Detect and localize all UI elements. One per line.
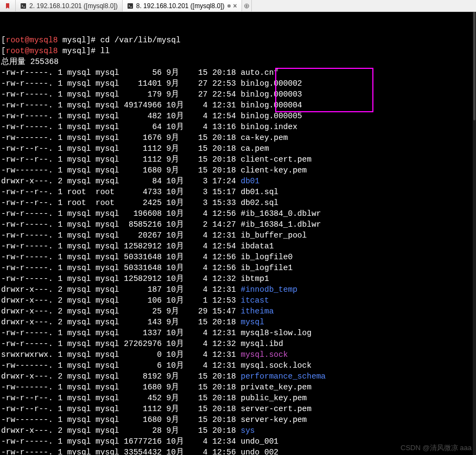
tab-session-8[interactable]: 8. 192.168.10.201 ([mysql8.0]) × <box>123 0 242 11</box>
file-row: -rw-------. 1 mysql mysql 1680 9月 15 20:… <box>1 165 475 176</box>
watermark: CSDN @清风微凉 aaa <box>401 443 472 453</box>
file-row: drwxr-x---. 2 mysql mysql 187 10月 4 12:3… <box>1 284 475 295</box>
file-row: -rw-r--r--. 1 mysql mysql 452 9月 15 20:1… <box>1 393 475 403</box>
file-row: -rw-r-----. 1 mysql mysql 27262976 10月 4… <box>1 338 475 349</box>
prompt-line: [root@mysql8 mysql]# ll <box>1 46 475 56</box>
file-row: -rw-r-----. 1 mysql mysql 11401 9月 27 22… <box>1 78 475 89</box>
file-row: -rw-------. 1 mysql mysql 1680 9月 15 20:… <box>1 382 475 393</box>
tab-bar: 2. 192.168.10.201 ([mysql8.0]) 8. 192.16… <box>0 0 476 12</box>
svg-rect-1 <box>128 3 133 9</box>
scrollbar-thumb[interactable] <box>473 12 475 120</box>
tab-new-button[interactable]: ⊕ <box>242 0 252 11</box>
file-row: -rw-r-----. 1 mysql mysql 12582912 10月 4… <box>1 273 475 284</box>
file-row: drwxr-x---. 2 mysql mysql 84 10月 3 17:24… <box>1 176 475 187</box>
file-row: -rw-r-----. 1 mysql mysql 20267 10月 4 12… <box>1 230 475 241</box>
file-row: -rw-r-----. 1 mysql mysql 196608 10月 4 1… <box>1 208 475 219</box>
svg-rect-0 <box>21 3 26 9</box>
file-row: -rw-r-----. 1 mysql mysql 1337 10月 4 12:… <box>1 328 475 338</box>
prompt-line: [root@mysql8 mysql]# cd /var/lib/mysql <box>1 35 475 46</box>
bookmark-icon <box>4 3 11 9</box>
pin-icon[interactable] <box>227 4 231 8</box>
terminal-icon <box>127 3 134 9</box>
file-row: -rw-r-----. 1 mysql mysql 64 10月 4 13:16… <box>1 121 475 132</box>
tab-label: 8. 192.168.10.201 ([mysql8.0]) <box>136 2 225 10</box>
file-row: -rw-r--r--. 1 mysql mysql 1112 9月 15 20:… <box>1 403 475 414</box>
file-row: -rw-r-----. 1 mysql mysql 50331648 10月 4… <box>1 252 475 262</box>
tab-label: 2. 192.168.10.201 ([mysql8.0]) <box>29 2 118 10</box>
file-row: -rw-r--r--. 1 mysql mysql 1112 9月 15 20:… <box>1 154 475 165</box>
file-row: -rw-r-----. 1 mysql mysql 56 9月 15 20:18… <box>1 67 475 78</box>
file-row: drwxr-x---. 2 mysql mysql 25 9月 29 15:47… <box>1 306 475 317</box>
file-row: drwxr-x---. 2 mysql mysql 8192 9月 15 20:… <box>1 371 475 382</box>
file-row: -rw-------. 1 mysql mysql 1680 9月 15 20:… <box>1 414 475 425</box>
file-row: -rw-r-----. 1 mysql mysql 12582912 10月 4… <box>1 241 475 252</box>
terminal-icon <box>20 3 27 9</box>
file-row: -rw-r--r--. 1 root root 2425 10月 3 15:33… <box>1 197 475 208</box>
file-row: drwxr-x---. 2 mysql mysql 28 9月 15 20:18… <box>1 425 475 436</box>
file-row: drwxr-x---. 2 mysql mysql 143 9月 15 20:1… <box>1 317 475 328</box>
tab-session-2[interactable]: 2. 192.168.10.201 ([mysql8.0]) <box>16 0 123 11</box>
file-row: -rw-r-----. 1 mysql mysql 179 9月 27 22:5… <box>1 89 475 100</box>
file-row: -rw-r-----. 1 mysql mysql 49174966 10月 4… <box>1 100 475 111</box>
file-row: srwxrwxrwx. 1 mysql mysql 0 10月 4 12:31 … <box>1 349 475 360</box>
file-row: -rw-------. 1 mysql mysql 1676 9月 15 20:… <box>1 132 475 143</box>
file-row: drwxr-x---. 2 mysql mysql 106 10月 1 12:5… <box>1 295 475 306</box>
file-row: -rw-------. 1 mysql mysql 6 10月 4 12:31 … <box>1 360 475 371</box>
close-icon[interactable]: × <box>233 2 237 10</box>
file-row: -rw-r--r--. 1 mysql mysql 1112 9月 15 20:… <box>1 143 475 154</box>
file-row: -rw-r-----. 1 mysql mysql 482 10月 4 12:5… <box>1 111 475 121</box>
file-row: -rw-r--r--. 1 root root 4733 10月 3 15:17… <box>1 187 475 197</box>
total-line: 总用量 255368 <box>1 56 475 67</box>
file-row: -rw-r-----. 1 mysql mysql 50331648 10月 4… <box>1 262 475 273</box>
file-row: -rw-r-----. 1 mysql mysql 8585216 10月 2 … <box>1 219 475 230</box>
tab-pin[interactable] <box>0 0 16 11</box>
terminal-output[interactable]: [root@mysql8 mysql]# cd /var/lib/mysql[r… <box>0 12 476 455</box>
